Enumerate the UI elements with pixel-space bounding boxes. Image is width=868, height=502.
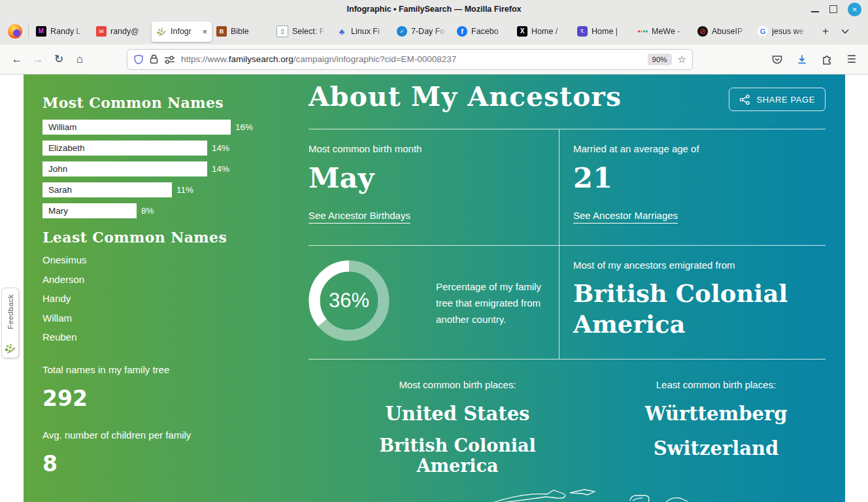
married-age-value: 21 — [573, 164, 826, 192]
least-common-birth-places: Least common birth places: Württemberg S… — [607, 379, 826, 476]
tab-separator — [28, 24, 29, 39]
facebook-icon: f — [457, 26, 467, 37]
extensions-puzzle-icon[interactable] — [817, 50, 837, 69]
url-bar[interactable]: https://www.familysearch.org/campaign/in… — [127, 49, 693, 70]
tab-bible[interactable]: B Bible — [212, 22, 272, 42]
forward-button[interactable]: → — [27, 49, 48, 70]
list-item: Willam — [42, 312, 305, 324]
birth-place-value: Switzerland — [607, 438, 826, 460]
tab-randy-l[interactable]: M Randy L — [31, 22, 92, 42]
married-age-label: Married at an average age of — [573, 143, 826, 154]
bible-icon: B — [216, 26, 227, 37]
downloads-icon[interactable] — [792, 50, 812, 69]
emigrated-from-value: British Colonial America — [573, 278, 809, 340]
tab-title: Linux Fi — [351, 27, 389, 36]
name-bar: Mary — [42, 203, 137, 218]
restore-button[interactable] — [829, 5, 837, 13]
stats-grid: Most common birth month May See Ancestor… — [309, 129, 826, 360]
name-bar: Elizabeth — [42, 141, 207, 156]
name-bar-percent: 14% — [212, 164, 229, 174]
pocket-icon[interactable] — [767, 50, 787, 69]
sidebar: Most Common Names William 16% Elizabeth … — [42, 94, 305, 477]
birth-places-section: Most common birth places: United States … — [309, 379, 826, 476]
firefox-logo-icon[interactable] — [8, 24, 22, 39]
tab-select-f[interactable]: ▯ Select: F — [272, 22, 332, 42]
back-button[interactable]: ← — [7, 49, 27, 70]
page-title: About My Ancestors — [309, 84, 622, 110]
donut-chart: 36% — [309, 260, 390, 341]
tab-title: Select: F — [292, 27, 329, 36]
tab-strip: M Randy L ✉ randy@ Infogr × B Bible ▯ Se… — [31, 22, 813, 42]
birth-place-value: Württemberg — [607, 403, 826, 425]
married-age-cell: Married at an average age of 21 See Ance… — [559, 129, 826, 246]
feedback-tab[interactable]: Feedback — [1, 288, 19, 358]
least-common-names-list: Onesimus Anderson Handy Willam Reuben — [42, 254, 305, 343]
least-birth-places-label: Least common birth places: — [607, 379, 826, 390]
tab-linux-fi[interactable]: ♣ Linux Fi — [332, 22, 392, 42]
most-common-names-heading: Most Common Names — [42, 94, 305, 111]
name-bar-percent: 16% — [235, 122, 253, 132]
world-map-outline-art — [337, 485, 729, 502]
share-page-label: SHARE PAGE — [756, 95, 815, 105]
tab-list-dropdown-button[interactable] — [837, 23, 854, 40]
tab-close-icon[interactable]: × — [201, 27, 209, 36]
window-title: Infographic • FamilySearch — Mozilla Fir… — [0, 5, 868, 14]
tab-home[interactable]: X Home / — [512, 22, 573, 42]
new-tab-button[interactable]: + — [817, 23, 834, 40]
home-button[interactable]: ⌂ — [69, 49, 90, 70]
tab-jesus-we[interactable]: G jesus we — [753, 22, 813, 42]
birth-place-value: British Colonial America — [376, 435, 539, 476]
tracking-protection-shield-icon[interactable] — [133, 54, 144, 65]
minimize-button[interactable] — [811, 11, 819, 12]
site-permissions-icon[interactable] — [164, 55, 175, 64]
ancestor-birthdays-link[interactable]: See Ancestor Birthdays — [309, 210, 410, 221]
least-common-names-heading: Least Common Names — [42, 229, 305, 246]
name-bar-percent: 11% — [176, 185, 193, 195]
familysearch-icon — [156, 26, 167, 37]
tab-title: Bible — [231, 27, 269, 36]
randy-logo-icon: M — [36, 26, 46, 37]
name-bar: John — [42, 161, 207, 176]
close-button[interactable]: × — [848, 3, 861, 16]
tab-title: Home / — [531, 27, 569, 36]
tab-title: Home | — [592, 27, 629, 36]
mewe-icon — [637, 26, 648, 37]
donut-percent-label: 36% — [309, 260, 390, 341]
name-bar: Sarah — [42, 182, 172, 197]
tab-mewe[interactable]: MeWe - — [633, 22, 693, 42]
tab-facebo[interactable]: f Facebo — [452, 22, 512, 42]
share-page-button[interactable]: SHARE PAGE — [729, 88, 826, 111]
google-icon: G — [758, 26, 768, 37]
list-item: Handy — [42, 293, 305, 304]
name-bar-row: Mary 8% — [42, 203, 305, 218]
donut-caption: Percentage of my family tree that emigra… — [436, 278, 559, 327]
select-icon: ▯ — [276, 25, 288, 37]
tab-randy[interactable]: ✉ randy@ — [92, 22, 152, 42]
hamburger-menu-icon[interactable]: ☰ — [842, 50, 861, 69]
bookmark-star-icon[interactable]: ☆ — [678, 54, 686, 65]
familysearch-tree-logo — [5, 343, 16, 354]
url-text[interactable]: https://www.familysearch.org/campaign/in… — [181, 54, 642, 64]
emigrated-from-label: Most of my ancestors emigrated from — [573, 259, 826, 271]
tab-title: jesus we — [772, 27, 810, 36]
truth-icon: T. — [577, 26, 588, 37]
name-bar-row: Elizabeth 14% — [42, 141, 305, 156]
tab-title: 7-Day Fo — [411, 27, 449, 36]
name-bar: William — [42, 120, 231, 135]
reload-button[interactable]: ↻ — [48, 49, 69, 70]
tab-abuseip[interactable]: ⊘ AbuseIP — [693, 22, 753, 42]
birth-place-value: United States — [309, 403, 607, 425]
tab-infogr[interactable]: Infogr × — [152, 22, 212, 42]
ancestor-marriages-link[interactable]: See Ancestor Marriages — [573, 210, 678, 221]
list-item: Reuben — [42, 331, 305, 343]
forecast-icon: ✓ — [397, 26, 407, 37]
tab-title: MeWe - — [652, 27, 690, 36]
lock-icon[interactable] — [150, 54, 158, 64]
tab-title: AbuseIP — [712, 27, 750, 36]
abuseipdb-icon: ⊘ — [697, 26, 708, 37]
tab-home[interactable]: T. Home | — [573, 22, 633, 42]
zoom-level-badge[interactable]: 90% — [648, 54, 672, 65]
name-bar-row: Sarah 11% — [42, 182, 305, 197]
tab-7-day-fo[interactable]: ✓ 7-Day Fo — [392, 22, 452, 42]
titlebar: Infographic • FamilySearch — Mozilla Fir… — [0, 0, 868, 18]
